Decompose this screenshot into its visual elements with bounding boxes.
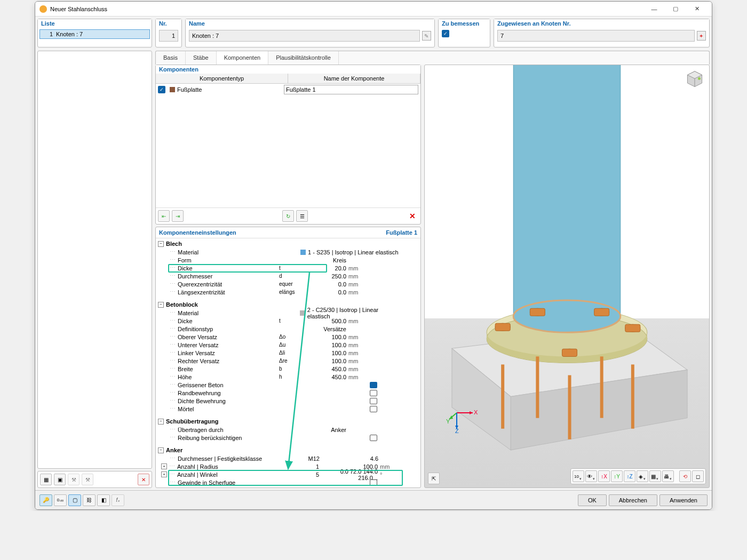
- svg-text:Z: Z: [455, 428, 459, 434]
- tab-plausibilitaet[interactable]: Plausibilitätskontrolle: [268, 51, 339, 65]
- prop-row[interactable]: ⋯Breiteb450.0mm: [156, 365, 420, 373]
- prop-row[interactable]: ⋯Durchmesser | FestigkeitsklasseM124.6: [156, 454, 420, 462]
- maximize-button[interactable]: ▢: [665, 3, 686, 15]
- prop-row[interactable]: ⋯Höheh450.0mm: [156, 373, 420, 381]
- komponente-name-input[interactable]: [284, 85, 418, 94]
- prop-row[interactable]: ⋯Längsexzentrizitätelängs0.0mm: [156, 288, 420, 296]
- prop-row[interactable]: ⋯FormKreis: [156, 256, 420, 264]
- col-komponentenname: Name der Komponente: [288, 74, 420, 83]
- komponente-color-icon: [170, 87, 175, 92]
- mode-view-icon[interactable]: ▢: [68, 494, 81, 506]
- svg-rect-11: [530, 308, 545, 316]
- minimize-button[interactable]: —: [643, 3, 665, 15]
- mode-results-icon[interactable]: ◧: [97, 494, 110, 506]
- nr-input[interactable]: [159, 30, 178, 42]
- liste-toolbar: ▦ ▣ ⚒ ⚒ ✕: [37, 471, 152, 488]
- view-print-icon[interactable]: 🖶: [662, 470, 674, 482]
- tab-staebe[interactable]: Stäbe: [186, 51, 217, 65]
- edit-name-icon[interactable]: ✎: [422, 31, 431, 41]
- tabbar: Basis Stäbe Komponenten Plausibilitätsko…: [155, 51, 710, 65]
- 3d-viewport[interactable]: X Y Z ⇱ 10 👁 ↕X ↕Y ↕Z: [424, 65, 710, 488]
- zugewiesen-input[interactable]: [497, 30, 695, 42]
- prop-row[interactable]: ⋯Durchmesserd250.0mm: [156, 272, 420, 280]
- settings-compname: Fußplatte 1: [386, 229, 417, 236]
- cancel-button[interactable]: Abbrechen: [609, 494, 657, 506]
- close-button[interactable]: ✕: [686, 3, 708, 15]
- tab-basis[interactable]: Basis: [156, 51, 186, 65]
- prop-row[interactable]: ⋯Linker VersatzΔli100.0mm: [156, 349, 420, 357]
- footer: 🔑 0.₀₀ ▢ ⛓ ◧ fₓ OK Abbrechen Anwenden: [35, 490, 712, 509]
- prop-row[interactable]: +⋯Anzahl | Radius1100.0mm: [156, 462, 420, 470]
- prop-row[interactable]: ⋯Dichte Bewehrung: [156, 397, 420, 405]
- axis-gizmo-icon: X Y Z: [446, 402, 478, 434]
- liste-header: Liste: [38, 19, 152, 28]
- zubemessen-checkbox[interactable]: ✓: [442, 30, 449, 37]
- prop-row[interactable]: ⋯Dicket20.0mm: [156, 264, 420, 272]
- view-axis-z-icon[interactable]: ↕Z: [624, 470, 635, 482]
- mode-help-icon[interactable]: 🔑: [39, 494, 52, 506]
- view-scale-icon[interactable]: 10: [573, 470, 584, 482]
- ok-button[interactable]: OK: [578, 494, 607, 506]
- copy-item-icon[interactable]: ▣: [54, 474, 66, 485]
- mode-model-icon[interactable]: ⛓: [83, 494, 96, 506]
- prop-row[interactable]: ⋯Material1 - S235 | Isotrop | Linear ela…: [156, 248, 420, 256]
- view-visibility-icon[interactable]: 👁: [585, 470, 597, 482]
- svg-rect-15: [625, 324, 640, 332]
- group-Schubübertragung[interactable]: −Schubübertragung: [156, 417, 420, 426]
- name-header: Name: [186, 19, 434, 28]
- prop-row[interactable]: ⋯Rechter VersatzΔre100.0mm: [156, 357, 420, 365]
- svg-point-26: [698, 77, 701, 80]
- prop-row[interactable]: ⋯Oberer VersatzΔo100.0mm: [156, 333, 420, 341]
- prop-row[interactable]: ⋯Material2 - C25/30 | Isotrop | Linear e…: [156, 309, 420, 317]
- svg-rect-17: [562, 349, 577, 356]
- insert-comp-icon[interactable]: ⇥: [172, 210, 184, 222]
- group-Blech[interactable]: −Blech: [156, 239, 420, 248]
- prop-row[interactable]: ⋯Reibung berücksichtigen: [156, 434, 420, 442]
- prop-row[interactable]: ⋯Gewinde in Scherfuge: [156, 478, 420, 486]
- view-reset-icon[interactable]: ⟲: [679, 470, 691, 482]
- name-input[interactable]: [189, 30, 420, 42]
- zugewiesen-header: Zugewiesen an Knoten Nr.: [494, 19, 709, 28]
- svg-rect-9: [495, 323, 510, 331]
- prop-row[interactable]: +⋯Anzahl | Winkel50.0 72.0 144.0 216.0..…: [156, 470, 420, 478]
- komponente-row[interactable]: ✓ Fußplatte: [156, 84, 420, 95]
- settings-title: Komponenteneinstellungen: [159, 229, 236, 236]
- mode-units-icon[interactable]: 0.₀₀: [54, 494, 67, 506]
- prop-row[interactable]: ⋯Gerissener Beton: [156, 381, 420, 389]
- prop-row[interactable]: ⋯Mörtel: [156, 405, 420, 413]
- group-Anker[interactable]: −Anker: [156, 446, 420, 454]
- view-render-icon[interactable]: ▦: [649, 470, 661, 482]
- tool1-icon[interactable]: ⚒: [68, 474, 80, 485]
- add-comp-icon[interactable]: ⇤: [158, 210, 170, 222]
- view-axis-y-icon[interactable]: ↕Y: [611, 470, 623, 482]
- svg-marker-28: [470, 411, 473, 414]
- new-item-icon[interactable]: ▦: [40, 474, 52, 485]
- tab-komponenten[interactable]: Komponenten: [217, 51, 269, 65]
- komponenten-title: Komponenten: [156, 65, 420, 74]
- viewcube-icon[interactable]: [686, 70, 704, 89]
- nr-header: Nr.: [156, 19, 181, 28]
- delete-item-icon[interactable]: ✕: [138, 474, 149, 485]
- prop-row[interactable]: ⋯Übertragen durchAnker: [156, 426, 420, 434]
- view-tool-left-icon[interactable]: ⇱: [428, 473, 440, 484]
- apply-button[interactable]: Anwenden: [659, 494, 708, 506]
- prop-row[interactable]: ⋯DefinitionstypVersätze: [156, 325, 420, 333]
- komponente-checkbox[interactable]: ✓: [158, 86, 165, 93]
- pick-node-icon[interactable]: ✦: [697, 31, 706, 41]
- view-window-icon[interactable]: ◻: [692, 470, 704, 482]
- view-toolbar: 10 👁 ↕X ↕Y ↕Z ◈ ▦ 🖶 ⟲ ◻: [570, 468, 706, 484]
- reload-icon[interactable]: ↻: [282, 210, 294, 222]
- delete-comp-icon[interactable]: ✕: [407, 210, 418, 222]
- mode-fx-icon[interactable]: fₓ: [112, 494, 124, 506]
- view-iso-icon[interactable]: ◈: [637, 470, 648, 482]
- zubemessen-header: Zu bemessen: [439, 19, 490, 28]
- view-axis-xz-icon[interactable]: ↕X: [598, 470, 610, 482]
- svg-rect-13: [594, 308, 609, 316]
- tool2-icon[interactable]: ⚒: [82, 474, 93, 485]
- col-komponententyp: Komponententyp: [156, 74, 288, 83]
- config-icon[interactable]: ☰: [296, 210, 308, 222]
- prop-row[interactable]: ⋯Unterer VersatzΔu100.0mm: [156, 341, 420, 349]
- prop-row[interactable]: ⋯Randbewehrung: [156, 389, 420, 397]
- prop-row[interactable]: ⋯Querexzentrizitätequer0.0mm: [156, 280, 420, 288]
- liste-item[interactable]: 1 Knoten : 7: [39, 29, 150, 39]
